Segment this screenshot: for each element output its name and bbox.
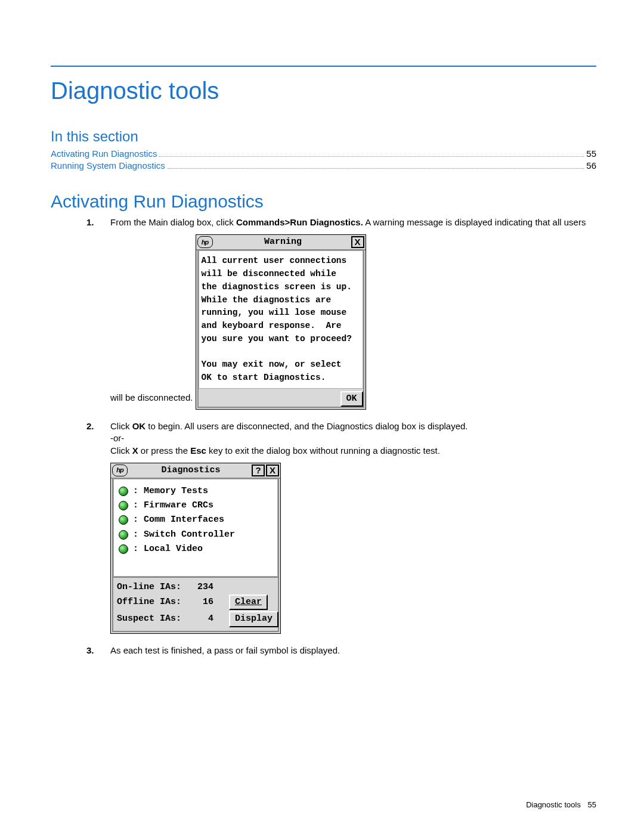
offline-ias-value: 16: [184, 596, 213, 608]
pass-icon: [119, 487, 128, 496]
dialog-title: Warning: [216, 236, 350, 248]
diagnostic-item-label: : Local Video: [133, 543, 203, 555]
diagnostic-item: : Comm Interfaces: [119, 514, 273, 526]
footer-page-number: 55: [588, 800, 596, 809]
pass-icon: [119, 515, 128, 525]
dialog-titlebar: hp Warning X: [196, 235, 366, 250]
step2-line1-post: to begin. All users are disconnected, an…: [145, 421, 467, 431]
footer-section-name: Diagnostic tools: [526, 800, 581, 809]
toc-page: 56: [586, 160, 596, 171]
toc-row[interactable]: Activating Run Diagnostics 55: [51, 148, 596, 159]
step2-line1-pre: Click: [110, 421, 132, 431]
offline-ias-label: Offline IAs:: [117, 596, 181, 608]
diagnostic-item-label: : Comm Interfaces: [133, 514, 224, 526]
close-icon[interactable]: X: [266, 465, 279, 476]
dialog-title: Diagnostics: [131, 465, 250, 476]
step-1: 1. From the Main dialog box, click Comma…: [86, 216, 596, 416]
diagnostics-dialog: hp Diagnostics ? X : Memory Tests : Firm…: [110, 463, 281, 634]
step2-line1-bold: OK: [132, 421, 146, 431]
warning-dialog: hp Warning X All current user connection…: [196, 234, 366, 410]
step3-text: As each test is finished, a pass or fail…: [110, 645, 340, 655]
diagnostics-test-list: : Memory Tests : Firmware CRCs : Comm In…: [113, 479, 278, 577]
hp-logo-icon: hp: [197, 236, 213, 248]
toc-leader-dots: [159, 156, 584, 157]
online-ias-value: 234: [184, 581, 213, 593]
suspect-ias-label: Suspect IAs:: [117, 613, 181, 625]
display-button[interactable]: Display: [229, 611, 278, 627]
ok-button[interactable]: OK: [340, 391, 363, 407]
diagnostic-item: : Switch Controller: [119, 529, 273, 541]
step-number: 2.: [86, 420, 94, 432]
chapter-title: Diagnostic tools: [51, 78, 596, 104]
top-rule: [51, 66, 596, 67]
diagnostic-item-label: : Memory Tests: [133, 485, 208, 497]
online-ias-label: On-line IAs:: [117, 581, 181, 593]
toc-label: Running System Diagnostics: [51, 160, 165, 171]
toc-page: 55: [586, 148, 596, 159]
step-number: 3.: [86, 645, 94, 657]
step2-or: -or-: [110, 432, 596, 444]
dialog-titlebar: hp Diagnostics ? X: [111, 463, 280, 479]
step2-line2-mid: or press the: [138, 445, 191, 456]
help-icon[interactable]: ?: [252, 465, 265, 476]
pass-icon: [119, 530, 128, 540]
diagnostic-item: : Local Video: [119, 543, 273, 555]
pass-icon: [119, 501, 128, 510]
diagnostic-item-label: : Switch Controller: [133, 529, 235, 541]
diagnostic-item: : Memory Tests: [119, 485, 273, 497]
toc-label: Activating Run Diagnostics: [51, 148, 157, 159]
in-this-section-heading: In this section: [51, 128, 596, 145]
pass-icon: [119, 544, 128, 554]
step1-pre: From the Main dialog box, click: [110, 217, 236, 227]
step-2: 2. Click OK to begin. All users are disc…: [86, 420, 596, 640]
step1-bold: Commands>Run Diagnostics.: [236, 217, 363, 227]
section-heading: Activating Run Diagnostics: [51, 191, 596, 212]
step2-line2-bold2: Esc: [190, 445, 206, 456]
step2-line2-post: key to exit the dialog box without runni…: [206, 445, 440, 456]
step2-line2-pre: Click: [110, 445, 132, 456]
toc-row[interactable]: Running System Diagnostics 56: [51, 160, 596, 171]
clear-button[interactable]: Clear: [229, 594, 268, 610]
diagnostic-item-label: : Firmware CRCs: [133, 500, 213, 512]
warning-text: All current user connections will be dis…: [199, 250, 363, 389]
suspect-ias-value: 4: [184, 613, 213, 625]
ia-summary: On-line IAs:234 Offline IAs:16 Clear Sus…: [113, 577, 278, 631]
diagnostic-item: : Firmware CRCs: [119, 500, 273, 512]
step2-line2-bold1: X: [132, 445, 138, 456]
page-footer: Diagnostic tools 55: [526, 800, 596, 809]
hp-logo-icon: hp: [112, 465, 128, 476]
step-3: 3. As each test is finished, a pass or f…: [86, 645, 596, 657]
step-number: 1.: [86, 216, 94, 228]
toc-leader-dots: [168, 168, 584, 169]
close-icon[interactable]: X: [351, 236, 364, 248]
